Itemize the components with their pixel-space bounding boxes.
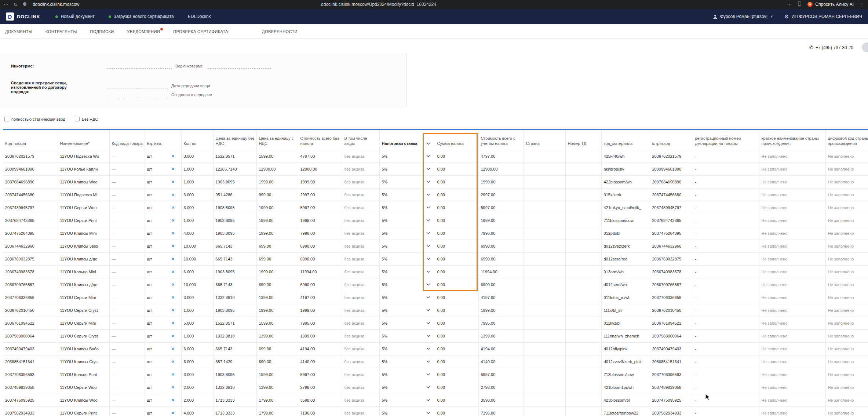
remove-item-icon[interactable]: × (172, 269, 175, 274)
cell-material_code[interactable]: 713blossom/cow (601, 368, 650, 381)
cell-material_code[interactable]: 422blossom/wh (601, 175, 650, 188)
cell-tax_sum[interactable]: 0.00 (435, 291, 478, 304)
cell-country[interactable] (524, 214, 565, 227)
cell-td_number[interactable] (565, 188, 601, 201)
incoterms-input[interactable] (107, 62, 172, 69)
cell-material_code[interactable]: 011lotos_m/wh (601, 291, 650, 304)
cell-price_no_vat[interactable]: 1713.3333 (213, 394, 256, 406)
cell-unit[interactable]: шт× (145, 317, 181, 329)
menu-item-counterparties[interactable]: КОНТРАГЕНТЫ (45, 29, 77, 34)
cell-barcode[interactable]: 2037475264895 (650, 227, 693, 240)
cell-reg_declaration[interactable]: - (693, 214, 759, 227)
cell-qty[interactable]: 3.000 (181, 291, 213, 304)
cell-kind_code[interactable]: — (109, 201, 145, 214)
cell-unit[interactable]: шт× (145, 252, 181, 265)
cell-td_number[interactable] (565, 368, 601, 381)
cell-td_number[interactable] (565, 252, 601, 265)
cell-tax_sum[interactable]: 0.00 (435, 342, 478, 355)
cell-material_code[interactable]: 011kvz/bl (601, 317, 650, 329)
cell-unit[interactable]: шт× (145, 394, 181, 406)
cell-td_number[interactable] (565, 304, 601, 317)
tax-rate-select[interactable]: 5% (379, 214, 435, 227)
tax-rate-select[interactable]: 5% (379, 368, 435, 381)
tax-rate-select[interactable]: 5% (379, 150, 435, 163)
cell-country[interactable] (524, 406, 565, 416)
cell-country[interactable] (524, 188, 565, 201)
cell-price_with_vat[interactable]: 1999.00 (256, 175, 298, 188)
cell-price_with_vat[interactable]: 699.00 (256, 240, 298, 252)
cell-tax_sum[interactable]: 0.00 (435, 329, 478, 342)
cell-reg_declaration[interactable]: - (693, 406, 759, 416)
cell-country[interactable] (524, 163, 565, 175)
remove-item-icon[interactable]: × (172, 372, 175, 377)
cell-code[interactable]: 2036740983578 (3, 265, 58, 278)
cell-name[interactable]: 11YOU Клипсы д/де (58, 278, 109, 291)
cell-barcode[interactable]: 2037583000064 (650, 329, 693, 342)
cell-price_with_vat[interactable]: 1999.00 (256, 368, 298, 381)
cell-unit[interactable]: шт× (145, 329, 181, 342)
cell-material_code[interactable]: 711blossom/cow (601, 214, 650, 227)
shield-icon[interactable] (23, 2, 27, 7)
cell-name[interactable]: 11YOU Серьги Print (58, 214, 109, 227)
cell-td_number[interactable] (565, 163, 601, 175)
remove-item-icon[interactable]: × (172, 192, 175, 197)
cell-kind_code[interactable]: — (109, 278, 145, 291)
menu-item-subscriptions[interactable]: ПОДПИСКИ (90, 29, 114, 34)
cell-barcode[interactable]: 2036762021579 (650, 150, 693, 163)
cell-kind_code[interactable]: — (109, 252, 145, 265)
cell-price_no_vat[interactable]: 1903.8095 (213, 265, 256, 278)
cell-tax_sum[interactable]: 0.00 (435, 175, 478, 188)
menu-item-powers-of-attorney[interactable]: ДОВЕРЕННОСТИ (262, 29, 298, 34)
cell-name[interactable]: 11YOU Серьги Mini (58, 317, 109, 329)
cell-price_no_vat[interactable]: 1903.8095 (213, 175, 256, 188)
cell-price_no_vat[interactable]: 665.7143 (213, 278, 256, 291)
cell-kind_code[interactable]: — (109, 175, 145, 188)
cell-barcode[interactable]: 2037582934933 (650, 406, 693, 416)
cell-price_with_vat[interactable]: 1599.00 (256, 317, 298, 329)
cell-code[interactable]: 2037684743365 (3, 214, 58, 227)
cell-name[interactable]: 11YOU Клипсы д/де (58, 252, 109, 265)
cell-barcode[interactable]: 2037706336858 (650, 291, 693, 304)
cell-price_no_vat[interactable]: 665.7143 (213, 240, 256, 252)
cell-td_number[interactable] (565, 291, 601, 304)
cell-barcode[interactable]: 2037684696890 (650, 175, 693, 188)
cell-td_number[interactable] (565, 406, 601, 416)
cell-qty[interactable]: 4.000 (181, 227, 213, 240)
cell-code[interactable]: 2036769032875 (3, 252, 58, 265)
remove-item-icon[interactable]: × (172, 256, 175, 261)
cell-tax_sum[interactable]: 0.00 (435, 227, 478, 240)
floating-widget-icon[interactable] (862, 43, 868, 52)
cell-price_no_vat[interactable]: 1522.8571 (213, 150, 256, 163)
cell-td_number[interactable] (565, 265, 601, 278)
cell-kind_code[interactable]: — (109, 329, 145, 342)
cell-name[interactable]: 11YOU Колье Капли (58, 163, 109, 175)
cell-td_number[interactable] (565, 342, 601, 355)
cell-unit[interactable]: шт× (145, 406, 181, 416)
cell-kind_code[interactable]: — (109, 188, 145, 201)
cell-country[interactable] (524, 329, 565, 342)
cell-td_number[interactable] (565, 381, 601, 394)
cell-price_no_vat[interactable]: 665.7143 (213, 342, 256, 355)
cell-qty[interactable]: 1.000 (181, 214, 213, 227)
cell-barcode[interactable]: 2036854151641 (650, 355, 693, 368)
browser-extensions-icon[interactable]: ⋯ (787, 2, 792, 7)
tax-rate-select[interactable]: 5% (379, 317, 435, 329)
cell-material_code[interactable]: nkl/drop/slv (601, 163, 650, 175)
remove-item-icon[interactable]: × (172, 154, 175, 158)
cell-unit[interactable]: шт× (145, 381, 181, 394)
cell-qty[interactable]: 1.000 (181, 175, 213, 188)
cell-barcode[interactable]: 2037475095925 (650, 394, 693, 406)
cell-name[interactable]: 11YOU Серьги Print (58, 406, 109, 416)
cell-material_code[interactable]: 423blossom/bl (601, 394, 650, 406)
cell-code[interactable]: 2036761994522 (3, 317, 58, 329)
cell-kind_code[interactable]: — (109, 265, 145, 278)
cell-qty[interactable]: 10.000 (181, 252, 213, 265)
cell-qty[interactable]: 3.000 (181, 150, 213, 163)
tax-rate-select[interactable]: 5% (379, 175, 435, 188)
cell-tax_sum[interactable]: 0.00 (435, 406, 478, 416)
tax-rate-select[interactable]: 5% (379, 265, 435, 278)
cell-price_no_vat[interactable]: 665.7143 (213, 252, 256, 265)
cell-td_number[interactable] (565, 329, 601, 342)
cell-country[interactable] (524, 227, 565, 240)
cell-price_with_vat[interactable]: 1399.00 (256, 381, 298, 394)
